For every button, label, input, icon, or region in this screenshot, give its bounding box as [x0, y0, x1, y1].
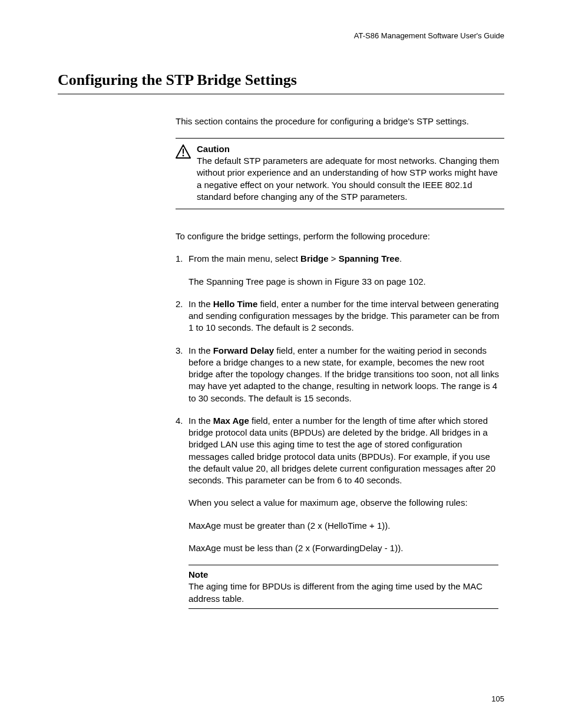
step-bold-term: Forward Delay	[213, 345, 274, 355]
note-body: The aging time for BPDUs is different fr…	[189, 581, 482, 603]
step-text: In the	[189, 345, 213, 355]
step-bold-term: Max Age	[213, 416, 249, 426]
caution-label: Caution	[197, 143, 504, 155]
step-text: .	[399, 253, 402, 263]
caution-icon	[176, 143, 191, 162]
step-subparagraph: When you select a value for maximum age,…	[189, 497, 504, 509]
step-text: field, enter a number for the length of …	[189, 416, 495, 485]
svg-point-2	[183, 154, 184, 156]
procedure-step: 4. In the Max Age field, enter a number …	[176, 415, 504, 487]
step-number: 4.	[176, 415, 189, 487]
caution-text: Caution The default STP parameters are a…	[197, 143, 504, 203]
procedure-step: 2. In the Hello Time field, enter a numb…	[176, 298, 504, 334]
running-header: AT-S86 Management Software User's Guide	[58, 31, 504, 41]
step-bold-term: Bridge	[300, 253, 329, 263]
step-subparagraph: MaxAge must be greater than (2 x (HelloT…	[189, 520, 504, 532]
step-bold-term: Hello Time	[213, 299, 258, 309]
step-number: 2.	[176, 298, 189, 334]
step-text: From the main menu, select	[189, 253, 300, 263]
step-subparagraph: The Spanning Tree page is shown in Figur…	[189, 276, 504, 288]
transition-paragraph: To configure the bridge settings, perfor…	[176, 230, 504, 242]
step-text: >	[329, 253, 339, 263]
step-body: From the main menu, select Bridge > Span…	[189, 253, 504, 265]
step-text: In the	[189, 299, 213, 309]
step-body: In the Max Age field, enter a number for…	[189, 415, 504, 487]
intro-paragraph: This section contains the procedure for …	[176, 116, 504, 127]
step-bold-term: Spanning Tree	[339, 253, 399, 263]
body-column: This section contains the procedure for …	[176, 116, 504, 609]
step-number: 1.	[176, 253, 189, 265]
step-body: In the Hello Time field, enter a number …	[189, 298, 504, 334]
caution-body: The default STP parameters are adequate …	[197, 156, 499, 202]
step-body: In the Forward Delay field, enter a numb…	[189, 345, 504, 404]
step-text: In the	[189, 416, 213, 426]
procedure-step: 3. In the Forward Delay field, enter a n…	[176, 345, 504, 404]
note-box: Note The aging time for BPDUs is differe…	[189, 565, 498, 609]
section-heading: Configuring the STP Bridge Settings	[58, 70, 504, 94]
document-page: AT-S86 Management Software User's Guide …	[0, 0, 562, 728]
caution-box: Caution The default STP parameters are a…	[176, 138, 504, 209]
step-number: 3.	[176, 345, 189, 404]
page-number: 105	[491, 694, 504, 704]
note-label: Note	[189, 569, 498, 581]
step-subparagraph: MaxAge must be less than (2 x (Forwardin…	[189, 542, 504, 554]
procedure-step: 1. From the main menu, select Bridge > S…	[176, 253, 504, 265]
